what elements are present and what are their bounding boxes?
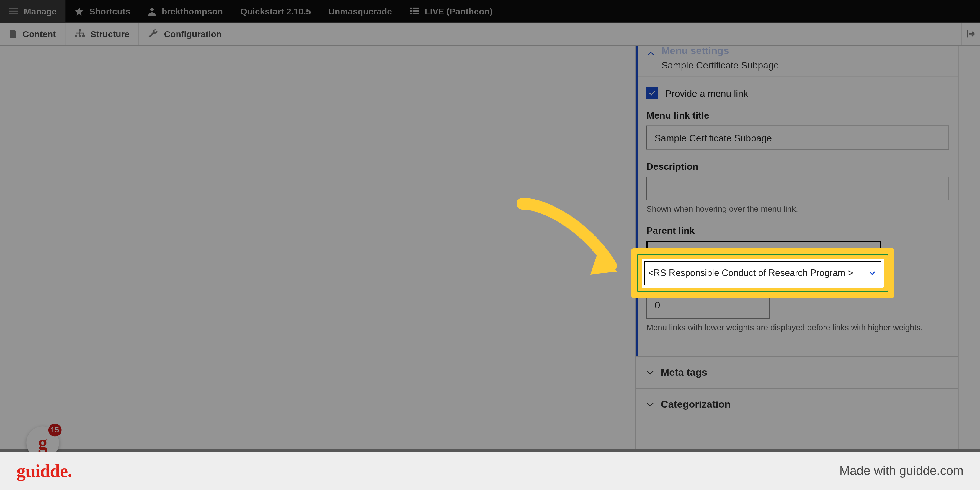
svg-rect-14 bbox=[966, 30, 967, 38]
svg-point-3 bbox=[151, 8, 154, 11]
description-help: Shown when hovering over the menu link. bbox=[646, 204, 949, 214]
environment-indicator[interactable]: LIVE (Pantheon) bbox=[401, 0, 501, 23]
meta-tags-label: Meta tags bbox=[661, 367, 707, 378]
description-label: Description bbox=[646, 161, 949, 172]
chevron-down-icon bbox=[646, 368, 655, 377]
categorization-label: Categorization bbox=[661, 399, 730, 410]
star-icon bbox=[74, 6, 84, 16]
weight-help: Menu links with lower weights are displa… bbox=[646, 323, 949, 332]
menu-link-title-input[interactable] bbox=[646, 126, 949, 150]
unmasquerade-label: Unmasquerade bbox=[329, 6, 392, 16]
chevron-down-icon bbox=[865, 248, 874, 257]
collapse-icon bbox=[966, 30, 976, 38]
chevron-up-icon bbox=[646, 49, 655, 59]
svg-rect-5 bbox=[410, 10, 412, 12]
svg-rect-9 bbox=[413, 13, 419, 14]
content-link[interactable]: Content bbox=[0, 23, 65, 45]
guidde-logo: guidde. bbox=[16, 460, 72, 481]
svg-rect-1 bbox=[10, 11, 18, 12]
chevron-down-icon bbox=[646, 400, 655, 409]
user-menu[interactable]: brekthompson bbox=[139, 0, 231, 23]
hamburger-icon bbox=[9, 7, 19, 16]
admin-toolbar: Content Structure Configuration bbox=[0, 23, 980, 46]
shortcuts-label: Shortcuts bbox=[89, 6, 130, 16]
provide-menu-link-checkbox[interactable] bbox=[646, 88, 658, 99]
svg-rect-10 bbox=[78, 29, 81, 32]
configuration-link[interactable]: Configuration bbox=[139, 23, 231, 45]
wrench-icon bbox=[148, 29, 159, 39]
sidebar-panel: Menu settings Sample Certificate Subpage… bbox=[635, 46, 959, 449]
svg-rect-11 bbox=[75, 35, 77, 38]
made-with-text: Made with guidde.com bbox=[840, 464, 964, 478]
app-canvas: Menu settings Sample Certificate Subpage… bbox=[0, 0, 980, 449]
weight-label: Weight bbox=[646, 276, 949, 286]
parent-link-label: Parent link bbox=[646, 225, 949, 235]
user-icon bbox=[148, 6, 157, 16]
weight-input[interactable] bbox=[646, 291, 770, 319]
manage-label: Manage bbox=[24, 6, 57, 16]
document-icon bbox=[9, 29, 18, 39]
provide-menu-link-label: Provide a menu link bbox=[665, 88, 748, 98]
menu-settings-title: Menu settings bbox=[662, 46, 729, 56]
menu-link-title-label: Menu link title bbox=[646, 110, 949, 121]
menu-settings-body: Provide a menu link Menu link title Desc… bbox=[638, 77, 958, 349]
guidde-badge-count: 15 bbox=[48, 424, 61, 437]
manage-menu[interactable]: Manage bbox=[0, 0, 65, 23]
svg-rect-8 bbox=[413, 10, 419, 12]
quickstart-link[interactable]: Quickstart 2.10.5 bbox=[232, 0, 320, 23]
svg-rect-0 bbox=[10, 8, 18, 9]
structure-label: Structure bbox=[90, 29, 129, 39]
parent-link-select[interactable]: <RS Responsible Conduct of Research Prog… bbox=[646, 240, 881, 264]
menu-settings-header[interactable]: Menu settings bbox=[638, 46, 958, 60]
svg-rect-13 bbox=[82, 35, 85, 38]
toolbar-collapse[interactable] bbox=[961, 23, 980, 45]
svg-rect-4 bbox=[410, 8, 412, 9]
page-body: Menu settings Sample Certificate Subpage… bbox=[0, 46, 980, 449]
menu-settings-section: Menu settings Sample Certificate Subpage… bbox=[636, 46, 958, 356]
svg-rect-7 bbox=[413, 8, 419, 9]
structure-link[interactable]: Structure bbox=[65, 23, 139, 45]
checkmark-icon bbox=[648, 89, 656, 97]
guidde-footer: guidde. Made with guidde.com bbox=[0, 452, 980, 490]
description-input[interactable] bbox=[646, 177, 949, 200]
unmasquerade-link[interactable]: Unmasquerade bbox=[320, 0, 401, 23]
meta-tags-section[interactable]: Meta tags bbox=[636, 356, 958, 388]
menu-settings-subtitle: Sample Certificate Subpage bbox=[638, 60, 958, 70]
svg-rect-6 bbox=[410, 13, 412, 14]
content-label: Content bbox=[23, 29, 56, 39]
admin-topbar: Manage Shortcuts brekthompson Quickstart… bbox=[0, 0, 980, 23]
categorization-section[interactable]: Categorization bbox=[636, 388, 958, 420]
bars-icon bbox=[409, 7, 420, 16]
sitemap-icon bbox=[74, 29, 85, 39]
user-label: brekthompson bbox=[162, 6, 223, 16]
svg-rect-12 bbox=[78, 35, 81, 38]
shortcuts-menu[interactable]: Shortcuts bbox=[65, 0, 139, 23]
quickstart-label: Quickstart 2.10.5 bbox=[240, 6, 310, 16]
configuration-label: Configuration bbox=[164, 29, 222, 39]
environment-label: LIVE (Pantheon) bbox=[425, 6, 493, 16]
parent-link-value: <RS Responsible Conduct of Research Prog… bbox=[655, 247, 866, 258]
guidde-badge-g: g bbox=[38, 432, 48, 453]
svg-rect-2 bbox=[10, 13, 18, 14]
